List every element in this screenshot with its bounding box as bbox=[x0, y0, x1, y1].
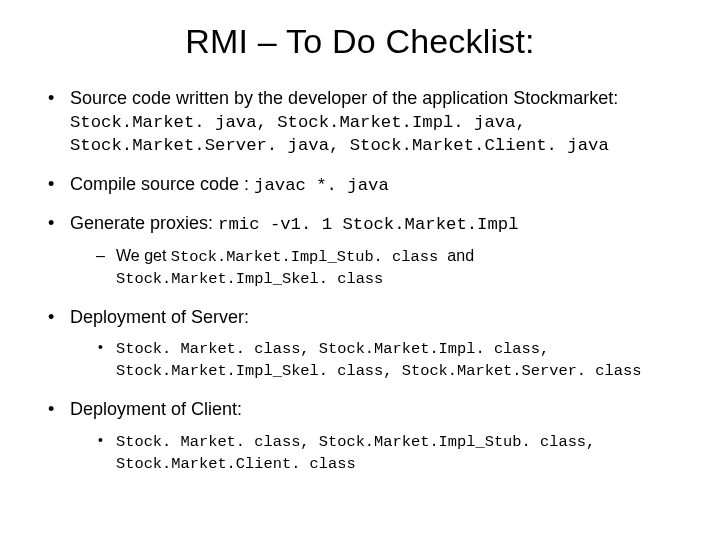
sub-code: Stock.Market.Impl_Stub. class bbox=[171, 248, 448, 266]
list-item: Deployment of Server: Stock. Market. cla… bbox=[46, 306, 684, 382]
item-code: Stock.Market. java, Stock.Market.Impl. j… bbox=[70, 113, 609, 156]
list-item: Compile source code : javac *. java bbox=[46, 173, 684, 197]
sub-list-item: We get Stock.Market.Impl_Stub. class and… bbox=[96, 246, 684, 290]
item-code: javac *. java bbox=[254, 176, 389, 195]
slide: RMI – To Do Checklist: Source code writt… bbox=[0, 0, 720, 540]
item-code: rmic -v1. 1 Stock.Market.Impl bbox=[218, 215, 518, 234]
sub-list: Stock. Market. class, Stock.Market.Impl_… bbox=[70, 431, 684, 475]
list-item: Deployment of Client: Stock. Market. cla… bbox=[46, 398, 684, 474]
sub-mid: and bbox=[447, 247, 474, 264]
sub-code: Stock. Market. class, Stock.Market.Impl_… bbox=[116, 433, 595, 473]
item-lead: Compile source code : bbox=[70, 174, 254, 194]
sub-list: Stock. Market. class, Stock.Market.Impl.… bbox=[70, 338, 684, 382]
sub-list-item: Stock. Market. class, Stock.Market.Impl_… bbox=[96, 431, 684, 475]
sub-code: Stock.Market.Impl_Skel. class bbox=[116, 270, 383, 288]
bullet-list: Source code written by the developer of … bbox=[36, 87, 684, 475]
sub-list-item: Stock. Market. class, Stock.Market.Impl.… bbox=[96, 338, 684, 382]
list-item: Generate proxies: rmic -v1. 1 Stock.Mark… bbox=[46, 212, 684, 290]
item-lead: Deployment of Server: bbox=[70, 307, 249, 327]
sub-code: Stock. Market. class, Stock.Market.Impl.… bbox=[116, 340, 641, 380]
item-lead: Generate proxies: bbox=[70, 213, 218, 233]
item-lead: Source code written by the developer of … bbox=[70, 88, 618, 108]
page-title: RMI – To Do Checklist: bbox=[36, 22, 684, 61]
sub-list: We get Stock.Market.Impl_Stub. class and… bbox=[70, 246, 684, 290]
list-item: Source code written by the developer of … bbox=[46, 87, 684, 157]
item-lead: Deployment of Client: bbox=[70, 399, 242, 419]
sub-pre: We get bbox=[116, 247, 171, 264]
